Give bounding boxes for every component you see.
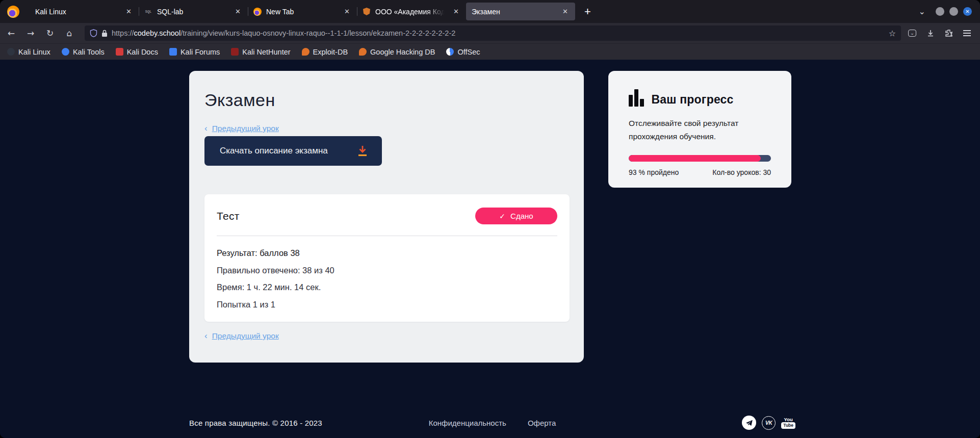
privacy-link[interactable]: Конфиденциальность — [429, 419, 506, 427]
extensions-puzzle-icon[interactable] — [945, 29, 953, 37]
progress-lessons-label: Кол-во уроков: 30 — [712, 168, 771, 176]
result-attempt: Попытка 1 из 1 — [217, 300, 557, 310]
lock-icon[interactable] — [101, 30, 108, 37]
tab-close-icon[interactable]: ✕ — [561, 7, 570, 16]
result-score: Результат: баллов 38 — [217, 248, 557, 258]
tab-close-icon[interactable]: ✕ — [343, 7, 351, 16]
window-controls: ✕ — [936, 7, 972, 16]
test-header: Тест ✓ Сдано — [217, 208, 557, 224]
window-maximize-button[interactable] — [949, 7, 958, 16]
vk-icon[interactable]: VK — [762, 416, 776, 430]
sql-favicon-icon: SQL — [144, 8, 152, 16]
download-arrow-icon — [356, 144, 369, 158]
passed-badge[interactable]: ✓ Сдано — [475, 208, 557, 224]
tab-title: Экзамен — [472, 8, 556, 16]
divider — [217, 236, 557, 236]
tab-close-icon[interactable]: ✕ — [452, 7, 460, 16]
offsec-icon — [446, 48, 454, 56]
telegram-icon[interactable] — [742, 416, 756, 430]
tab-new-tab[interactable]: New Tab ✕ — [248, 3, 357, 20]
bookmark-google-hacking-db[interactable]: Google Hacking DB — [359, 48, 435, 56]
progress-card: Ваш прогресс Отслеживайте свой результат… — [608, 71, 791, 188]
window-close-button[interactable]: ✕ — [963, 7, 972, 16]
bookmark-kali-docs[interactable]: Kali Docs — [116, 48, 158, 56]
footer-links: Конфиденциальность Оферта — [429, 419, 556, 427]
bookmark-star-icon[interactable]: ☆ — [889, 29, 896, 38]
firefox-favicon-icon — [253, 8, 262, 16]
tab-kali-linux[interactable]: Kali Linux ✕ — [30, 3, 139, 20]
downloads-icon[interactable] — [926, 29, 935, 37]
tab-sql-lab[interactable]: SQL SQL-lab ✕ — [139, 3, 248, 20]
test-result-card: Тест ✓ Сдано Результат: баллов 38 Правил… — [204, 194, 570, 322]
google-hacking-db-icon — [359, 48, 367, 56]
bookmarks-bar: Kali Linux Kali Tools Kali Docs Kali For… — [0, 43, 980, 60]
progress-title: Ваш прогресс — [652, 93, 734, 107]
tab-title: ООО «Академия Кодеба — [375, 8, 447, 16]
progress-labels: 93 % пройдено Кол-во уроков: 30 — [629, 168, 771, 176]
result-correct: Правильно отвечено: 38 из 40 — [217, 266, 557, 275]
result-time: Время: 1 ч. 22 мин. 14 сек. — [217, 282, 557, 292]
reload-icon[interactable]: ↻ — [42, 25, 58, 41]
bookmark-kali-forums[interactable]: Kali Forums — [169, 48, 220, 56]
bookmark-exploit-db[interactable]: Exploit-DB — [302, 48, 348, 56]
page-title: Экзамен — [204, 90, 584, 110]
exam-card: Экзамен ‹ Предыдущий урок Скачать описан… — [189, 71, 584, 363]
prev-lesson-label[interactable]: Предыдущий урок — [212, 124, 279, 133]
url-bar[interactable]: https://codeby.school/training/view/kurs… — [85, 25, 901, 41]
page-content: Экзамен ‹ Предыдущий урок Скачать описан… — [0, 60, 980, 438]
tab-title: SQL-lab — [157, 8, 229, 16]
progress-description: Отслеживайте свой результат прохождения … — [629, 117, 761, 143]
bookmark-kali-nethunter[interactable]: Kali NetHunter — [231, 48, 290, 56]
tab-close-icon[interactable]: ✕ — [234, 7, 242, 16]
prev-lesson-link-top[interactable]: ‹ Предыдущий урок — [204, 123, 584, 134]
kali-dragon-icon — [7, 48, 15, 56]
tab-close-icon[interactable]: ✕ — [124, 7, 133, 16]
page-footer: Все права защищены. © 2016 - 2023 Конфид… — [189, 416, 795, 430]
menu-hamburger-icon[interactable] — [963, 30, 971, 36]
window-minimize-button[interactable] — [936, 7, 944, 16]
back-icon[interactable]: ← — [3, 25, 19, 41]
tab-title: New Tab — [266, 8, 338, 16]
navigation-toolbar: ← → ↻ ⌂ https://codeby.school/training/v… — [0, 23, 980, 43]
copyright-text: Все права защищены. © 2016 - 2023 — [189, 419, 429, 427]
forward-icon[interactable]: → — [22, 25, 39, 41]
download-exam-description-button[interactable]: Скачать описание экзамна — [204, 136, 382, 166]
tab-ekzamen-active[interactable]: Экзамен ✕ — [466, 3, 575, 20]
bookmark-kali-linux[interactable]: Kali Linux — [7, 48, 50, 56]
progress-bar-track — [629, 155, 771, 162]
toolbar-right-icons: ⌄ — [908, 29, 971, 37]
bar-chart-icon — [629, 89, 644, 107]
tracking-protection-shield-icon[interactable] — [90, 29, 97, 37]
bookmark-offsec[interactable]: OffSec — [446, 48, 480, 56]
shield-favicon-icon — [363, 8, 371, 16]
new-tab-button[interactable]: + — [580, 5, 595, 18]
progress-bar-fill — [629, 155, 761, 162]
prev-lesson-link-bottom[interactable]: ‹ Предыдущий урок — [204, 331, 279, 341]
tab-title: Kali Linux — [35, 8, 120, 16]
exploit-db-icon — [302, 48, 310, 56]
kali-forums-icon — [169, 48, 177, 56]
firefox-logo-icon — [7, 6, 19, 18]
test-results: Результат: баллов 38 Правильно отвечено:… — [217, 248, 557, 310]
youtube-icon[interactable]: You Tube — [781, 417, 795, 429]
tab-strip: Kali Linux ✕ SQL SQL-lab ✕ New Tab ✕ ООО… — [0, 0, 980, 23]
home-icon[interactable]: ⌂ — [61, 25, 78, 41]
progress-percent-label: 93 % пройдено — [629, 168, 679, 176]
url-text[interactable]: https://codeby.school/training/view/kurs… — [112, 29, 885, 37]
tab-akademiya-kodebay[interactable]: ООО «Академия Кодеба ✕ — [357, 3, 466, 20]
kali-nethunter-icon — [231, 48, 239, 56]
offer-link[interactable]: Оферта — [528, 419, 556, 427]
kali-tools-icon — [62, 48, 69, 56]
tabs-container: Kali Linux ✕ SQL SQL-lab ✕ New Tab ✕ ООО… — [30, 0, 595, 23]
kali-docs-icon — [116, 48, 123, 56]
prev-lesson-label[interactable]: Предыдущий урок — [212, 331, 279, 341]
chevron-left-icon: ‹ — [204, 331, 208, 341]
progress-header: Ваш прогресс — [629, 89, 771, 107]
pocket-icon[interactable]: ⌄ — [908, 30, 916, 37]
check-icon: ✓ — [499, 212, 505, 220]
test-title: Тест — [217, 210, 240, 222]
bookmark-kali-tools[interactable]: Kali Tools — [62, 48, 105, 56]
list-all-tabs-icon[interactable]: ⌄ — [919, 7, 925, 16]
social-icons: VK You Tube — [556, 416, 795, 430]
download-button-label: Скачать описание экзамна — [220, 146, 328, 156]
